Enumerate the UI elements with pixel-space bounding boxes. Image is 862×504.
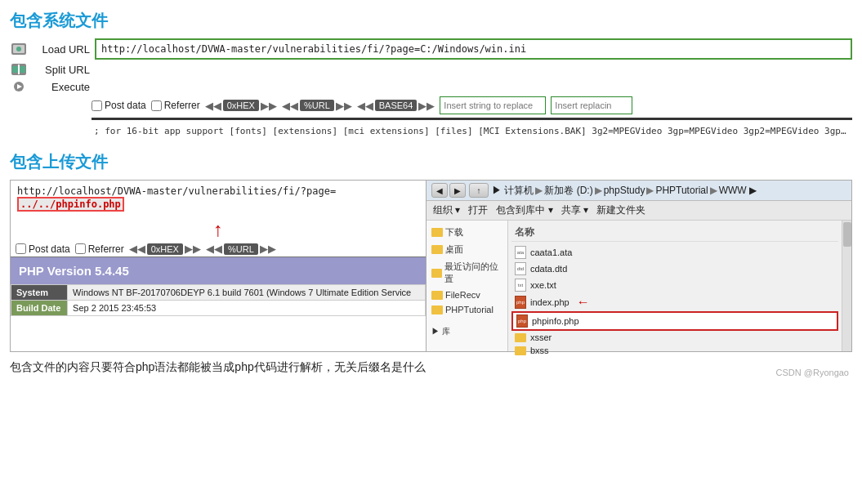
- folder-icon: [431, 269, 442, 278]
- new-folder-btn[interactable]: 新建文件夹: [596, 203, 645, 217]
- folder-icon-bxss: [515, 346, 526, 355]
- referrer-checkbox-2[interactable]: Referrer: [75, 243, 124, 255]
- left-panel: http://localhost/DVWA-master/vulnerabili…: [10, 180, 427, 352]
- filename-phpinfo: phpinfo.php: [532, 316, 579, 326]
- bc-phpstudy: phpStudy: [604, 185, 645, 196]
- url-encode-control-2[interactable]: ◀◀ %URL ▶▶: [206, 243, 276, 255]
- post-data-label-2: Post data: [29, 243, 70, 255]
- sidebar-item-desktop[interactable]: 桌面: [430, 241, 504, 258]
- txt-icon: txt: [515, 279, 526, 292]
- php-system-value: Windows NT BF-20170706DEYP 6.1 build 760…: [68, 285, 426, 301]
- sidebar-item-library[interactable]: ▶ 库: [430, 323, 504, 340]
- php-info-table: System Windows NT BF-20170706DEYP 6.1 bu…: [11, 284, 426, 316]
- share-btn[interactable]: 共享 ▾: [561, 203, 588, 217]
- sidebar-label-recent: 最近访问的位置: [444, 261, 502, 285]
- url-normal-part: http://localhost/DVWA-master/vulnerabili…: [17, 185, 336, 197]
- folder-icon-xsser: [515, 333, 526, 342]
- php-icon-index: php: [515, 296, 526, 309]
- scrollbar[interactable]: [842, 221, 851, 351]
- file-item-xsser[interactable]: xsser: [511, 331, 838, 344]
- back-button[interactable]: ◀: [431, 183, 448, 198]
- file-main-area: 名称 ata caata1.ata dtd cdata.dtd txt xxe.…: [508, 221, 842, 351]
- url-display: http://localhost/DVWA-master/vulnerabili…: [11, 181, 426, 216]
- php-version-box: PHP Version 5.4.45: [11, 256, 426, 284]
- red-arrow-indicator: ↑: [11, 220, 426, 239]
- organize-btn[interactable]: 组织 ▾: [433, 203, 460, 217]
- left-options-bar: Post data Referrer ◀◀ 0xHEX ▶▶ ◀◀ %URL: [11, 239, 426, 256]
- referrer-check-2[interactable]: [75, 243, 86, 254]
- file-list-container: 下载 桌面 最近访问的位置 FileRecv: [427, 221, 851, 351]
- bc-www: WWW ▶: [719, 185, 757, 196]
- sidebar-item-phptutorial[interactable]: PHPTutorial: [430, 302, 504, 317]
- insert-string-input[interactable]: [440, 96, 546, 114]
- load-url-label: Load URL: [31, 43, 90, 56]
- file-item-phpinfo[interactable]: php phpinfo.php: [511, 311, 838, 331]
- open-btn[interactable]: 打开: [468, 203, 488, 217]
- nav-arrows[interactable]: ◀ ▶: [431, 183, 466, 198]
- php-version-text: PHP Version 5.4.45: [19, 264, 129, 278]
- filename-cdata: cdata.dtd: [530, 264, 567, 274]
- section1-title: 包含系统文件: [10, 10, 852, 32]
- split-url-label: Split URL: [31, 64, 90, 76]
- php-icon-phpinfo: php: [516, 314, 528, 328]
- up-button[interactable]: ↑: [469, 183, 489, 198]
- post-data-check[interactable]: [92, 100, 102, 111]
- url-highlight-part: ../../phpinfo.php: [17, 197, 124, 212]
- load-url-input[interactable]: [95, 38, 852, 60]
- execute-icon: [10, 79, 28, 94]
- watermark: CSDN @Ryongao: [776, 368, 849, 377]
- post-data-check-2[interactable]: [16, 243, 26, 254]
- file-item-index[interactable]: php index.php ←: [511, 293, 838, 311]
- sidebar-label-download: 下载: [445, 226, 463, 239]
- result-text: ; for 16-bit app support [fonts] [extens…: [92, 122, 852, 140]
- sidebar-label-filerecv: FileRecv: [445, 290, 480, 300]
- library-expand-icon: ▶ 库: [431, 326, 450, 337]
- doc-icon: dtd: [515, 262, 526, 275]
- folder-icon: [431, 228, 443, 237]
- sidebar-item-recent[interactable]: 最近访问的位置: [430, 258, 504, 288]
- hex-label: 0xHEX: [223, 100, 259, 111]
- sidebar-item-filerecv[interactable]: FileRecv: [430, 288, 504, 302]
- php-build-label: Build Date: [11, 301, 68, 316]
- include-library-btn[interactable]: 包含到库中 ▾: [496, 203, 552, 217]
- php-build-value: Sep 2 2015 23:45:53: [68, 301, 426, 316]
- referrer-check[interactable]: [151, 100, 162, 111]
- file-item-caata1[interactable]: ata caata1.ata: [511, 244, 838, 261]
- sidebar-item-download[interactable]: 下载: [430, 224, 504, 241]
- base64-control[interactable]: ◀◀ BASE64 ▶▶: [357, 100, 435, 112]
- referrer-label: Referrer: [164, 100, 200, 111]
- file-list-header: 名称: [511, 224, 838, 242]
- section2-title: 包含上传文件: [10, 151, 852, 173]
- referrer-checkbox[interactable]: Referrer: [151, 100, 200, 111]
- explorer-nav: ◀ ▶ ↑ ▶ 计算机 ▶ 新加卷 (D:) ▶ phpStudy ▶ PHPT…: [427, 181, 851, 201]
- breadcrumb: ▶ 计算机 ▶ 新加卷 (D:) ▶ phpStudy ▶ PHPTutoria…: [492, 184, 757, 198]
- sidebar-label-phptutorial: PHPTutorial: [445, 305, 494, 314]
- insert-replace-input[interactable]: [551, 96, 632, 114]
- red-arrow-icon: ↑: [213, 220, 223, 239]
- forward-button[interactable]: ▶: [449, 183, 466, 198]
- filename-caata1: caata1.ata: [530, 248, 572, 257]
- filename-bxss: bxss: [530, 346, 549, 355]
- filename-index: index.php: [530, 297, 569, 307]
- file-item-cdata[interactable]: dtd cdata.dtd: [511, 261, 838, 277]
- red-arrow-file: ←: [577, 295, 590, 310]
- url-encode-control[interactable]: ◀◀ %URL ▶▶: [282, 100, 352, 112]
- post-data-checkbox-2[interactable]: Post data: [16, 243, 70, 255]
- hex-control-2[interactable]: ◀◀ 0xHEX ▶▶: [129, 243, 201, 255]
- load-url-icon: [10, 42, 28, 56]
- hex-label-2: 0xHEX: [147, 243, 183, 255]
- base64-label: BASE64: [375, 100, 418, 111]
- execute-label: Execute: [31, 81, 90, 93]
- post-data-checkbox[interactable]: Post data: [92, 100, 146, 111]
- file-explorer: ◀ ▶ ↑ ▶ 计算机 ▶ 新加卷 (D:) ▶ phpStudy ▶ PHPT…: [427, 180, 852, 352]
- file-item-bxss[interactable]: bxss: [511, 344, 838, 357]
- svg-rect-6: [20, 66, 25, 73]
- bc-computer: ▶ 计算机: [492, 184, 534, 198]
- hex-control[interactable]: ◀◀ 0xHEX ▶▶: [205, 100, 277, 112]
- file-item-xxe[interactable]: txt xxe.txt: [511, 277, 838, 293]
- folder-icon: [431, 291, 443, 300]
- bc-drive: 新加卷 (D:): [544, 184, 592, 198]
- url-encode-label: %URL: [300, 100, 334, 111]
- split-url-icon: [10, 62, 28, 77]
- explorer-toolbar: 组织 ▾ 打开 包含到库中 ▾ 共享 ▾ 新建文件夹: [427, 201, 851, 221]
